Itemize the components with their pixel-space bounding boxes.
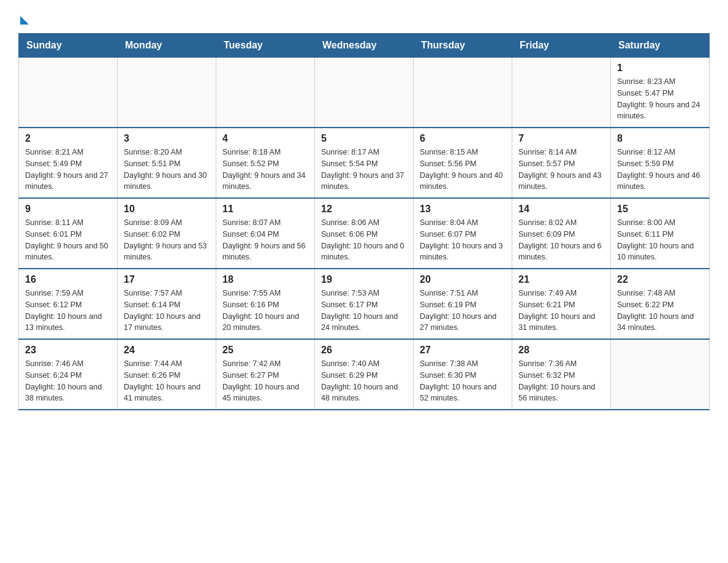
calendar-cell: 14Sunrise: 8:02 AM Sunset: 6:09 PM Dayli… — [512, 198, 611, 269]
calendar-cell: 27Sunrise: 7:38 AM Sunset: 6:30 PM Dayli… — [414, 339, 512, 410]
calendar-cell: 18Sunrise: 7:55 AM Sunset: 6:16 PM Dayli… — [216, 269, 315, 339]
day-number: 24 — [124, 345, 210, 356]
calendar-header: SundayMondayTuesdayWednesdayThursdayFrid… — [19, 34, 710, 58]
calendar-week-row: 1Sunrise: 8:23 AM Sunset: 5:47 PM Daylig… — [19, 58, 710, 128]
day-info: Sunrise: 7:46 AM Sunset: 6:24 PM Dayligh… — [25, 358, 111, 404]
day-info: Sunrise: 8:23 AM Sunset: 5:47 PM Dayligh… — [617, 76, 703, 122]
day-number: 28 — [518, 345, 604, 356]
day-of-week-header: Thursday — [414, 34, 512, 58]
day-number: 20 — [420, 274, 506, 285]
day-info: Sunrise: 7:59 AM Sunset: 6:12 PM Dayligh… — [25, 288, 111, 334]
day-info: Sunrise: 8:20 AM Sunset: 5:51 PM Dayligh… — [124, 147, 210, 193]
calendar-body: 1Sunrise: 8:23 AM Sunset: 5:47 PM Daylig… — [19, 58, 710, 410]
calendar-table: SundayMondayTuesdayWednesdayThursdayFrid… — [18, 33, 710, 410]
day-number: 1 — [617, 63, 703, 74]
day-info: Sunrise: 7:55 AM Sunset: 6:16 PM Dayligh… — [222, 288, 308, 334]
day-number: 9 — [25, 204, 111, 215]
day-info: Sunrise: 7:51 AM Sunset: 6:19 PM Dayligh… — [420, 288, 506, 334]
calendar-week-row: 23Sunrise: 7:46 AM Sunset: 6:24 PM Dayli… — [19, 339, 710, 410]
calendar-cell: 4Sunrise: 8:18 AM Sunset: 5:52 PM Daylig… — [216, 128, 315, 198]
day-info: Sunrise: 8:15 AM Sunset: 5:56 PM Dayligh… — [420, 147, 506, 193]
day-info: Sunrise: 8:06 AM Sunset: 6:06 PM Dayligh… — [321, 217, 407, 263]
calendar-cell: 28Sunrise: 7:36 AM Sunset: 6:32 PM Dayli… — [512, 339, 611, 410]
day-number: 23 — [25, 345, 111, 356]
calendar-cell: 3Sunrise: 8:20 AM Sunset: 5:51 PM Daylig… — [118, 128, 216, 198]
day-info: Sunrise: 8:07 AM Sunset: 6:04 PM Dayligh… — [222, 217, 308, 263]
calendar-cell: 1Sunrise: 8:23 AM Sunset: 5:47 PM Daylig… — [611, 58, 710, 128]
day-of-week-header: Monday — [118, 34, 216, 58]
calendar-cell — [19, 58, 118, 128]
day-number: 17 — [124, 274, 210, 285]
day-number: 4 — [222, 133, 308, 144]
day-info: Sunrise: 8:14 AM Sunset: 5:57 PM Dayligh… — [518, 147, 604, 193]
day-of-week-header: Friday — [512, 34, 611, 58]
calendar-cell: 2Sunrise: 8:21 AM Sunset: 5:49 PM Daylig… — [19, 128, 118, 198]
day-info: Sunrise: 8:21 AM Sunset: 5:49 PM Dayligh… — [25, 147, 111, 193]
calendar-week-row: 16Sunrise: 7:59 AM Sunset: 6:12 PM Dayli… — [19, 269, 710, 339]
day-number: 3 — [124, 133, 210, 144]
day-number: 5 — [321, 133, 407, 144]
calendar-cell — [216, 58, 315, 128]
day-info: Sunrise: 8:00 AM Sunset: 6:11 PM Dayligh… — [617, 217, 703, 263]
day-of-week-header: Wednesday — [315, 34, 414, 58]
calendar-cell: 5Sunrise: 8:17 AM Sunset: 5:54 PM Daylig… — [315, 128, 414, 198]
day-of-week-header: Sunday — [19, 34, 118, 58]
calendar-cell: 22Sunrise: 7:48 AM Sunset: 6:22 PM Dayli… — [611, 269, 710, 339]
day-number: 27 — [420, 345, 506, 356]
day-info: Sunrise: 7:53 AM Sunset: 6:17 PM Dayligh… — [321, 288, 407, 334]
day-info: Sunrise: 7:48 AM Sunset: 6:22 PM Dayligh… — [617, 288, 703, 334]
calendar-cell: 19Sunrise: 7:53 AM Sunset: 6:17 PM Dayli… — [315, 269, 414, 339]
calendar-cell — [414, 58, 512, 128]
calendar-cell: 7Sunrise: 8:14 AM Sunset: 5:57 PM Daylig… — [512, 128, 611, 198]
day-number: 18 — [222, 274, 308, 285]
calendar-week-row: 9Sunrise: 8:11 AM Sunset: 6:01 PM Daylig… — [19, 198, 710, 269]
calendar-cell: 21Sunrise: 7:49 AM Sunset: 6:21 PM Dayli… — [512, 269, 611, 339]
day-info: Sunrise: 7:49 AM Sunset: 6:21 PM Dayligh… — [518, 288, 604, 334]
day-number: 16 — [25, 274, 111, 285]
calendar-cell: 6Sunrise: 8:15 AM Sunset: 5:56 PM Daylig… — [414, 128, 512, 198]
logo — [18, 12, 29, 22]
day-number: 11 — [222, 204, 308, 215]
day-info: Sunrise: 8:02 AM Sunset: 6:09 PM Dayligh… — [518, 217, 604, 263]
day-of-week-header: Tuesday — [216, 34, 315, 58]
calendar-cell — [118, 58, 216, 128]
calendar-cell — [611, 339, 710, 410]
calendar-cell: 17Sunrise: 7:57 AM Sunset: 6:14 PM Dayli… — [118, 269, 216, 339]
calendar-cell: 20Sunrise: 7:51 AM Sunset: 6:19 PM Dayli… — [414, 269, 512, 339]
day-info: Sunrise: 8:17 AM Sunset: 5:54 PM Dayligh… — [321, 147, 407, 193]
day-info: Sunrise: 7:44 AM Sunset: 6:26 PM Dayligh… — [124, 358, 210, 404]
calendar-cell: 10Sunrise: 8:09 AM Sunset: 6:02 PM Dayli… — [118, 198, 216, 269]
day-number: 8 — [617, 133, 703, 144]
day-number: 15 — [617, 204, 703, 215]
day-info: Sunrise: 8:12 AM Sunset: 5:59 PM Dayligh… — [617, 147, 703, 193]
day-number: 21 — [518, 274, 604, 285]
calendar-cell: 12Sunrise: 8:06 AM Sunset: 6:06 PM Dayli… — [315, 198, 414, 269]
day-number: 10 — [124, 204, 210, 215]
day-info: Sunrise: 7:42 AM Sunset: 6:27 PM Dayligh… — [222, 358, 308, 404]
day-of-week-header: Saturday — [611, 34, 710, 58]
day-info: Sunrise: 7:40 AM Sunset: 6:29 PM Dayligh… — [321, 358, 407, 404]
day-number: 13 — [420, 204, 506, 215]
calendar-cell: 15Sunrise: 8:00 AM Sunset: 6:11 PM Dayli… — [611, 198, 710, 269]
calendar-cell: 9Sunrise: 8:11 AM Sunset: 6:01 PM Daylig… — [19, 198, 118, 269]
day-number: 19 — [321, 274, 407, 285]
calendar-cell: 25Sunrise: 7:42 AM Sunset: 6:27 PM Dayli… — [216, 339, 315, 410]
day-number: 14 — [518, 204, 604, 215]
days-of-week-row: SundayMondayTuesdayWednesdayThursdayFrid… — [19, 34, 710, 58]
calendar-cell: 13Sunrise: 8:04 AM Sunset: 6:07 PM Dayli… — [414, 198, 512, 269]
calendar-week-row: 2Sunrise: 8:21 AM Sunset: 5:49 PM Daylig… — [19, 128, 710, 198]
day-number: 2 — [25, 133, 111, 144]
calendar-cell — [512, 58, 611, 128]
calendar-cell — [315, 58, 414, 128]
day-number: 25 — [222, 345, 308, 356]
calendar-cell: 11Sunrise: 8:07 AM Sunset: 6:04 PM Dayli… — [216, 198, 315, 269]
day-number: 7 — [518, 133, 604, 144]
calendar-cell: 26Sunrise: 7:40 AM Sunset: 6:29 PM Dayli… — [315, 339, 414, 410]
day-info: Sunrise: 8:04 AM Sunset: 6:07 PM Dayligh… — [420, 217, 506, 263]
logo-arrow-icon — [20, 16, 29, 25]
day-number: 6 — [420, 133, 506, 144]
day-info: Sunrise: 8:18 AM Sunset: 5:52 PM Dayligh… — [222, 147, 308, 193]
day-number: 12 — [321, 204, 407, 215]
calendar-cell: 24Sunrise: 7:44 AM Sunset: 6:26 PM Dayli… — [118, 339, 216, 410]
day-info: Sunrise: 8:11 AM Sunset: 6:01 PM Dayligh… — [25, 217, 111, 263]
